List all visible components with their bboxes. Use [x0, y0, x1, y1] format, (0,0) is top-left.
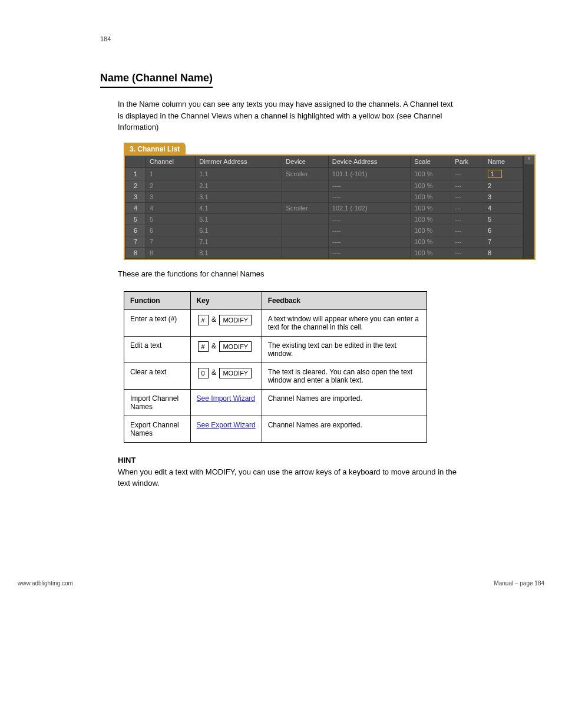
cell-name[interactable]: 1 — [484, 167, 523, 180]
cell-device-address[interactable]: 101.1 (-101) — [328, 167, 411, 180]
cell-dimmer[interactable]: 6.1 — [196, 225, 282, 236]
cell-name[interactable]: 7 — [484, 236, 523, 247]
col-device[interactable]: Device — [282, 156, 328, 168]
cell-name[interactable]: 3 — [484, 191, 523, 202]
section-heading: Name (Channel Name) — [100, 72, 213, 88]
cell-dimmer[interactable]: 7.1 — [196, 236, 282, 247]
intro-paragraph: In the Name column you can see any texts… — [118, 98, 459, 133]
cell-channel[interactable]: 7 — [146, 236, 196, 247]
table-row[interactable]: 666.1----100 %---6 — [125, 225, 523, 236]
func-cell-key: # & MODIFY — [190, 337, 262, 363]
table-row[interactable]: 111.1Scroller101.1 (-101)100 %---1 — [125, 167, 523, 180]
cell-device-address[interactable]: ---- — [328, 236, 411, 247]
cell-channel[interactable]: 8 — [146, 247, 196, 258]
cell-device[interactable] — [282, 225, 328, 236]
func-cell-function: Edit a text — [124, 337, 191, 363]
rownum[interactable]: 6 — [125, 225, 146, 236]
cell-dimmer[interactable]: 4.1 — [196, 202, 282, 213]
cell-scale[interactable]: 100 % — [411, 167, 451, 180]
func-cell-function: Import Channel Names — [124, 390, 191, 416]
cell-name[interactable]: 5 — [484, 213, 523, 225]
scrollbar[interactable]: ^ — [523, 156, 534, 259]
cell-device[interactable] — [282, 247, 328, 258]
rownum[interactable]: 1 — [125, 167, 146, 180]
table-row[interactable]: 888.1----100 %---8 — [125, 247, 523, 258]
cell-device[interactable] — [282, 213, 328, 225]
rownum[interactable]: 5 — [125, 213, 146, 225]
cell-scale[interactable]: 100 % — [411, 247, 451, 258]
cell-device-address[interactable]: ---- — [328, 213, 411, 225]
link-reference[interactable]: See Export Wizard — [197, 421, 256, 429]
cell-park[interactable]: --- — [451, 191, 484, 202]
cell-channel[interactable]: 3 — [146, 191, 196, 202]
cell-dimmer[interactable]: 8.1 — [196, 247, 282, 258]
cell-device-address[interactable]: 102.1 (-102) — [328, 202, 411, 213]
cell-dimmer[interactable]: 1.1 — [196, 167, 282, 180]
func-cell-feedback: Channel Names are exported. — [262, 416, 427, 443]
cell-name[interactable]: 2 — [484, 180, 523, 191]
col-device-address[interactable]: Device Address — [328, 156, 411, 168]
rownum[interactable]: 7 — [125, 236, 146, 247]
cell-park[interactable]: --- — [451, 247, 484, 258]
rownum[interactable]: 4 — [125, 202, 146, 213]
cell-scale[interactable]: 100 % — [411, 236, 451, 247]
func-cell-function: Enter a text (#) — [124, 310, 191, 337]
scroll-up-icon[interactable]: ^ — [524, 156, 534, 165]
cell-device[interactable]: Scroller — [282, 167, 328, 180]
cell-channel[interactable]: 5 — [146, 213, 196, 225]
cell-device[interactable]: Scroller — [282, 202, 328, 213]
cell-device-address[interactable]: ---- — [328, 225, 411, 236]
cell-scale[interactable]: 100 % — [411, 202, 451, 213]
cell-device-address[interactable]: ---- — [328, 191, 411, 202]
cell-park[interactable]: --- — [451, 213, 484, 225]
rownum[interactable]: 2 — [125, 180, 146, 191]
cell-scale[interactable]: 100 % — [411, 225, 451, 236]
cell-dimmer[interactable]: 3.1 — [196, 191, 282, 202]
col-park[interactable]: Park — [451, 156, 484, 168]
cell-channel[interactable]: 2 — [146, 180, 196, 191]
cell-park[interactable]: --- — [451, 225, 484, 236]
func-cell-key: See Import Wizard — [190, 390, 262, 416]
cell-scale[interactable]: 100 % — [411, 180, 451, 191]
cell-device-address[interactable]: ---- — [328, 180, 411, 191]
col-scale[interactable]: Scale — [411, 156, 451, 168]
cell-name[interactable]: 4 — [484, 202, 523, 213]
panel-tab[interactable]: 3. Channel List — [124, 143, 186, 156]
cell-dimmer[interactable]: 5.1 — [196, 213, 282, 225]
func-row: Enter a text (#)# & MODIFYA text window … — [124, 310, 427, 337]
rownum[interactable]: 8 — [125, 247, 146, 258]
cell-device[interactable] — [282, 191, 328, 202]
cell-channel[interactable]: 6 — [146, 225, 196, 236]
rownum[interactable]: 3 — [125, 191, 146, 202]
cell-channel[interactable]: 4 — [146, 202, 196, 213]
cell-scale[interactable]: 100 % — [411, 213, 451, 225]
table-row[interactable]: 333.1----100 %---3 — [125, 191, 523, 202]
func-cell-function: Export Channel Names — [124, 416, 191, 443]
table-row[interactable]: 777.1----100 %---7 — [125, 236, 523, 247]
cell-device[interactable] — [282, 236, 328, 247]
cell-device-address[interactable]: ---- — [328, 247, 411, 258]
cell-park[interactable]: --- — [451, 167, 484, 180]
func-cell-feedback: A text window will appear where you can … — [262, 310, 427, 337]
cell-name[interactable]: 8 — [484, 247, 523, 258]
cell-name[interactable]: 6 — [484, 225, 523, 236]
link-reference[interactable]: See Import Wizard — [197, 394, 255, 403]
col-name[interactable]: Name — [484, 156, 523, 168]
cell-scale[interactable]: 100 % — [411, 191, 451, 202]
key-#: # — [198, 315, 209, 325]
hint-block: HINT When you edit a text with MODIFY, y… — [118, 454, 459, 489]
col-dimmer-address[interactable]: Dimmer Address — [196, 156, 282, 168]
func-cell-key: 0 & MODIFY — [190, 363, 262, 390]
table-row[interactable]: 444.1Scroller102.1 (-102)100 %---4 — [125, 202, 523, 213]
table-row[interactable]: 555.1----100 %---5 — [125, 213, 523, 225]
cell-dimmer[interactable]: 2.1 — [196, 180, 282, 191]
cell-park[interactable]: --- — [451, 202, 484, 213]
cell-channel[interactable]: 1 — [146, 167, 196, 180]
col-channel[interactable]: Channel — [146, 156, 196, 168]
cell-device[interactable] — [282, 180, 328, 191]
table-row[interactable]: 222.1----100 %---2 — [125, 180, 523, 191]
cell-park[interactable]: --- — [451, 180, 484, 191]
func-cell-feedback: The existing text can be edited in the t… — [262, 337, 427, 363]
cell-park[interactable]: --- — [451, 236, 484, 247]
func-header-function: Function — [124, 292, 191, 310]
